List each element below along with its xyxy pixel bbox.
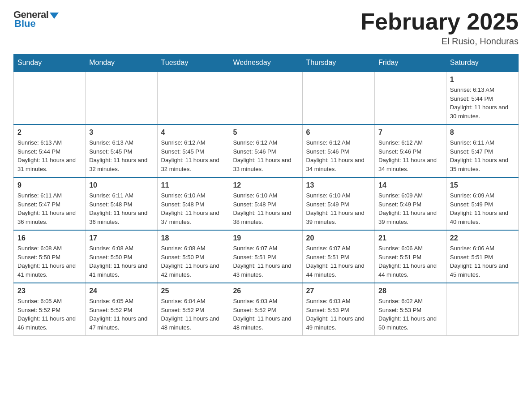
day-number: 10: [89, 181, 153, 189]
calendar-cell: [446, 283, 518, 336]
day-of-week-header: Monday: [86, 54, 157, 72]
day-info: Sunrise: 6:02 AM Sunset: 5:53 PM Dayligh…: [378, 297, 442, 332]
day-info: Sunrise: 6:10 AM Sunset: 5:49 PM Dayligh…: [306, 191, 371, 226]
calendar-week-row: 16Sunrise: 6:08 AM Sunset: 5:50 PM Dayli…: [14, 230, 519, 283]
calendar-cell: 20Sunrise: 6:07 AM Sunset: 5:51 PM Dayli…: [302, 230, 374, 283]
calendar-week-row: 1Sunrise: 6:13 AM Sunset: 5:44 PM Daylig…: [14, 72, 519, 124]
page-header: General Blue February 2025 El Rusio, Hon…: [13, 9, 519, 47]
logo-blue-text: Blue: [14, 18, 36, 30]
calendar-cell: 21Sunrise: 6:06 AM Sunset: 5:51 PM Dayli…: [375, 230, 446, 283]
calendar-week-row: 2Sunrise: 6:13 AM Sunset: 5:44 PM Daylig…: [14, 124, 519, 177]
calendar-cell: 11Sunrise: 6:10 AM Sunset: 5:48 PM Dayli…: [157, 177, 229, 230]
day-number: 22: [450, 234, 515, 242]
day-info: Sunrise: 6:09 AM Sunset: 5:49 PM Dayligh…: [378, 191, 442, 226]
day-number: 5: [233, 128, 298, 137]
location-subtitle: El Rusio, Honduras: [360, 36, 519, 47]
calendar-cell: 7Sunrise: 6:12 AM Sunset: 5:46 PM Daylig…: [375, 124, 446, 177]
calendar-cell: 3Sunrise: 6:13 AM Sunset: 5:45 PM Daylig…: [86, 124, 157, 177]
calendar-cell: 10Sunrise: 6:11 AM Sunset: 5:48 PM Dayli…: [86, 177, 157, 230]
calendar-cell: [14, 72, 86, 124]
day-number: 28: [378, 287, 442, 295]
day-info: Sunrise: 6:10 AM Sunset: 5:48 PM Dayligh…: [233, 191, 298, 226]
day-of-week-header: Thursday: [302, 54, 374, 72]
day-of-week-header: Friday: [375, 54, 446, 72]
day-info: Sunrise: 6:09 AM Sunset: 5:49 PM Dayligh…: [450, 191, 515, 226]
day-number: 3: [89, 128, 153, 137]
logo-arrow-icon: [50, 13, 59, 19]
day-info: Sunrise: 6:12 AM Sunset: 5:46 PM Dayligh…: [378, 138, 442, 173]
day-info: Sunrise: 6:03 AM Sunset: 5:52 PM Dayligh…: [233, 297, 298, 332]
day-of-week-header: Wednesday: [229, 54, 302, 72]
calendar-cell: 13Sunrise: 6:10 AM Sunset: 5:49 PM Dayli…: [302, 177, 374, 230]
day-info: Sunrise: 6:06 AM Sunset: 5:51 PM Dayligh…: [450, 244, 515, 279]
calendar-cell: [157, 72, 229, 124]
day-number: 14: [378, 181, 442, 189]
day-of-week-header: Tuesday: [157, 54, 229, 72]
day-info: Sunrise: 6:05 AM Sunset: 5:52 PM Dayligh…: [89, 297, 153, 332]
calendar-table: SundayMondayTuesdayWednesdayThursdayFrid…: [13, 54, 519, 336]
logo: General Blue: [13, 9, 59, 30]
calendar-cell: 28Sunrise: 6:02 AM Sunset: 5:53 PM Dayli…: [375, 283, 446, 336]
calendar-week-row: 23Sunrise: 6:05 AM Sunset: 5:52 PM Dayli…: [14, 283, 519, 336]
day-number: 20: [306, 234, 371, 242]
day-info: Sunrise: 6:11 AM Sunset: 5:47 PM Dayligh…: [17, 191, 82, 226]
calendar-week-row: 9Sunrise: 6:11 AM Sunset: 5:47 PM Daylig…: [14, 177, 519, 230]
day-number: 12: [233, 181, 298, 189]
day-number: 19: [233, 234, 298, 242]
calendar-cell: [302, 72, 374, 124]
day-number: 26: [233, 287, 298, 295]
day-number: 6: [306, 128, 371, 137]
calendar-cell: 18Sunrise: 6:08 AM Sunset: 5:50 PM Dayli…: [157, 230, 229, 283]
calendar-cell: 8Sunrise: 6:11 AM Sunset: 5:47 PM Daylig…: [446, 124, 518, 177]
calendar-cell: [229, 72, 302, 124]
day-info: Sunrise: 6:10 AM Sunset: 5:48 PM Dayligh…: [161, 191, 226, 226]
day-number: 9: [17, 181, 82, 189]
calendar-cell: 16Sunrise: 6:08 AM Sunset: 5:50 PM Dayli…: [14, 230, 86, 283]
day-number: 24: [89, 287, 153, 295]
calendar-cell: 14Sunrise: 6:09 AM Sunset: 5:49 PM Dayli…: [375, 177, 446, 230]
calendar-cell: 2Sunrise: 6:13 AM Sunset: 5:44 PM Daylig…: [14, 124, 86, 177]
day-number: 1: [450, 76, 515, 84]
calendar-cell: 27Sunrise: 6:03 AM Sunset: 5:53 PM Dayli…: [302, 283, 374, 336]
day-info: Sunrise: 6:12 AM Sunset: 5:46 PM Dayligh…: [306, 138, 371, 173]
day-number: 2: [17, 128, 82, 137]
calendar-cell: [86, 72, 157, 124]
month-title: February 2025: [360, 9, 519, 34]
day-number: 25: [161, 287, 226, 295]
day-info: Sunrise: 6:13 AM Sunset: 5:44 PM Dayligh…: [450, 86, 515, 120]
day-number: 11: [161, 181, 226, 189]
day-info: Sunrise: 6:11 AM Sunset: 5:48 PM Dayligh…: [89, 191, 153, 226]
day-info: Sunrise: 6:07 AM Sunset: 5:51 PM Dayligh…: [306, 244, 371, 279]
calendar-cell: 1Sunrise: 6:13 AM Sunset: 5:44 PM Daylig…: [446, 72, 518, 124]
day-info: Sunrise: 6:08 AM Sunset: 5:50 PM Dayligh…: [89, 244, 153, 279]
title-block: February 2025 El Rusio, Honduras: [360, 9, 519, 47]
calendar-cell: 9Sunrise: 6:11 AM Sunset: 5:47 PM Daylig…: [14, 177, 86, 230]
day-number: 17: [89, 234, 153, 242]
day-number: 8: [450, 128, 515, 137]
day-of-week-header: Sunday: [14, 54, 86, 72]
day-info: Sunrise: 6:08 AM Sunset: 5:50 PM Dayligh…: [161, 244, 226, 279]
calendar-cell: 4Sunrise: 6:12 AM Sunset: 5:45 PM Daylig…: [157, 124, 229, 177]
day-number: 23: [17, 287, 82, 295]
day-info: Sunrise: 6:13 AM Sunset: 5:44 PM Dayligh…: [17, 138, 82, 173]
calendar-cell: 23Sunrise: 6:05 AM Sunset: 5:52 PM Dayli…: [14, 283, 86, 336]
day-number: 16: [17, 234, 82, 242]
calendar-cell: 15Sunrise: 6:09 AM Sunset: 5:49 PM Dayli…: [446, 177, 518, 230]
day-info: Sunrise: 6:11 AM Sunset: 5:47 PM Dayligh…: [450, 138, 515, 173]
calendar-header-row: SundayMondayTuesdayWednesdayThursdayFrid…: [14, 54, 519, 72]
calendar-cell: 12Sunrise: 6:10 AM Sunset: 5:48 PM Dayli…: [229, 177, 302, 230]
day-info: Sunrise: 6:04 AM Sunset: 5:52 PM Dayligh…: [161, 297, 226, 332]
day-info: Sunrise: 6:12 AM Sunset: 5:46 PM Dayligh…: [233, 138, 298, 173]
day-number: 7: [378, 128, 442, 137]
calendar-cell: 5Sunrise: 6:12 AM Sunset: 5:46 PM Daylig…: [229, 124, 302, 177]
day-number: 13: [306, 181, 371, 189]
day-info: Sunrise: 6:07 AM Sunset: 5:51 PM Dayligh…: [233, 244, 298, 279]
calendar-cell: [375, 72, 446, 124]
day-number: 21: [378, 234, 442, 242]
day-info: Sunrise: 6:05 AM Sunset: 5:52 PM Dayligh…: [17, 297, 82, 332]
day-info: Sunrise: 6:03 AM Sunset: 5:53 PM Dayligh…: [306, 297, 371, 332]
day-number: 4: [161, 128, 226, 137]
day-info: Sunrise: 6:12 AM Sunset: 5:45 PM Dayligh…: [161, 138, 226, 173]
day-info: Sunrise: 6:08 AM Sunset: 5:50 PM Dayligh…: [17, 244, 82, 279]
calendar-cell: 19Sunrise: 6:07 AM Sunset: 5:51 PM Dayli…: [229, 230, 302, 283]
